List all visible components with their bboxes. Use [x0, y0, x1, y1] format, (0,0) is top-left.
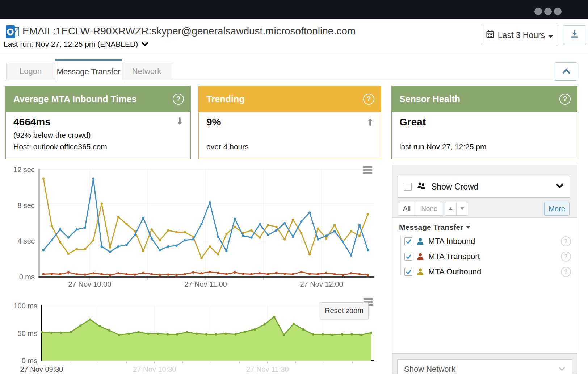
series-label: MTA Transport	[428, 252, 480, 261]
select-none-button[interactable]: None	[416, 202, 442, 215]
series-MTA Outbound	[42, 178, 369, 259]
card-title: Trending	[206, 94, 245, 104]
show-network-label: Show Network	[404, 365, 455, 374]
help-icon[interactable]: ?	[561, 236, 571, 246]
tab-label: Logon	[20, 67, 42, 76]
header-divider	[0, 53, 588, 53]
select-all-button[interactable]: All	[398, 202, 416, 215]
help-icon[interactable]: ?	[561, 267, 571, 277]
time-range-label: Last 3 Hours	[498, 30, 545, 40]
person-icon	[416, 253, 424, 261]
last-run-dropdown[interactable]: Last run: Nov 27, 12:25 pm (ENABLED)	[4, 40, 148, 49]
series-row-mta-inbound: MTA Inbound	[404, 236, 475, 247]
series-row-mta-outbound: MTA Outbound	[404, 266, 481, 277]
card-detail: over 4 hours	[206, 142, 249, 151]
series-checkbox[interactable]	[404, 268, 412, 276]
svg-text:12 sec: 12 sec	[13, 166, 35, 174]
tab-label: Message Transfer	[56, 67, 120, 76]
card-detail: (92% below the crowd)	[13, 131, 91, 140]
svg-text:8 sec: 8 sec	[17, 201, 35, 209]
series-0	[41, 316, 372, 361]
show-network-toggle[interactable]: Show Network	[397, 359, 572, 374]
crowd-icon	[416, 182, 427, 191]
card-detail: last run Nov 27, 12:25 pm	[399, 142, 486, 151]
download-button[interactable]	[563, 25, 586, 45]
help-icon[interactable]: ?	[561, 252, 571, 262]
trend-down-icon	[175, 117, 185, 128]
svg-text:27 Nov 12:00: 27 Nov 12:00	[300, 280, 343, 288]
card-title: Sensor Health	[399, 94, 460, 104]
chevron-down-icon	[141, 40, 148, 49]
svg-text:4 sec: 4 sec	[17, 237, 35, 245]
caret-up-icon	[449, 207, 453, 210]
series-label: MTA Inbound	[428, 237, 475, 246]
download-icon	[570, 29, 580, 41]
series-MTA Transport	[42, 271, 369, 276]
check-icon	[406, 269, 412, 275]
person-icon	[416, 237, 424, 245]
card-average-mta-inbound-times: Average MTA Inbound Times ? 4664ms (92% …	[5, 86, 191, 159]
group-label: Message Transfer	[399, 223, 463, 232]
svg-text:27 Nov 10:00: 27 Nov 10:00	[68, 280, 112, 288]
collapse-panel-button[interactable]	[555, 62, 578, 81]
chart: 12 sec8 sec4 sec0 ms27 Nov 10:0027 Nov 1…	[13, 166, 374, 288]
card-header: Average MTA Inbound Times ?	[5, 86, 191, 112]
card-body: 9% over 4 hours	[198, 112, 381, 159]
time-range-button[interactable]: Last 3 Hours	[481, 25, 558, 45]
window-control-dot[interactable]	[544, 8, 552, 15]
more-button[interactable]: More	[544, 202, 570, 216]
card-header: Trending ?	[198, 86, 381, 112]
svg-text:0 ms: 0 ms	[22, 357, 37, 365]
card-value: Great	[399, 116, 426, 128]
message-transfer-group-toggle[interactable]: Message Transfer	[399, 223, 470, 232]
window-control-dot[interactable]	[534, 8, 542, 15]
tab-network[interactable]: Network	[122, 63, 171, 80]
reset-zoom-button[interactable]: Reset zoom	[320, 302, 369, 319]
tab-label: Network	[132, 67, 161, 76]
show-crowd-checkbox[interactable]	[404, 183, 412, 191]
svg-text:27 Nov 11:30: 27 Nov 11:30	[246, 365, 289, 373]
svg-text:100 ms: 100 ms	[13, 302, 37, 310]
check-icon	[406, 238, 412, 245]
series-checkbox[interactable]	[404, 237, 412, 245]
last-run-text: Last run: Nov 27, 12:25 pm (ENABLED)	[4, 40, 138, 49]
window-control-dot[interactable]	[554, 8, 562, 15]
tab-logon[interactable]: Logon	[6, 63, 55, 80]
help-icon[interactable]: ?	[559, 94, 571, 105]
svg-text:50 ms: 50 ms	[18, 329, 37, 337]
person-icon	[416, 268, 424, 276]
show-crowd-toggle[interactable]: Show Crowd	[398, 176, 570, 198]
trend-up-icon	[365, 117, 375, 128]
move-down-button[interactable]	[456, 202, 468, 215]
card-body: Great last run Nov 27, 12:25 pm	[391, 112, 578, 159]
tab-message-transfer[interactable]: Message Transfer	[55, 59, 122, 82]
chevron-up-icon	[562, 68, 571, 76]
svg-text:27 Nov 10:30: 27 Nov 10:30	[133, 365, 176, 373]
svg-text:27 Nov 09:30: 27 Nov 09:30	[20, 365, 63, 373]
chevron-down-icon[interactable]	[556, 183, 564, 190]
card-value: 9%	[206, 116, 221, 128]
card-value: 4664ms	[13, 116, 51, 128]
card-detail: Host: outlook.office365.com	[13, 142, 107, 151]
series-checkbox[interactable]	[404, 253, 412, 261]
caret-down-icon	[548, 30, 553, 40]
app-window: EMAIL:1ECLW-R90XRWZR:skyper@generalsawdu…	[0, 0, 588, 374]
series-MTA Inbound	[42, 178, 369, 257]
show-crowd-label: Show Crowd	[431, 182, 551, 192]
check-icon	[406, 254, 412, 260]
caret-down-icon	[466, 226, 470, 229]
card-sensor-health: Sensor Health ? Great last run Nov 27, 1…	[391, 86, 578, 159]
window-titlebar	[0, 0, 588, 19]
card-body: 4664ms (92% below the crowd) Host: outlo…	[5, 112, 191, 159]
card-title: Average MTA Inbound Times	[13, 94, 136, 104]
chevron-down-icon	[559, 367, 565, 371]
series-label: MTA Outbound	[428, 267, 481, 277]
sensor-title: EMAIL:1ECLW-R90XRWZR:skyper@generalsawdu…	[22, 25, 356, 37]
svg-text:0 ms: 0 ms	[19, 273, 35, 281]
help-icon[interactable]: ?	[363, 94, 374, 105]
help-icon[interactable]: ?	[173, 94, 184, 105]
chart-menu-icon[interactable]	[363, 166, 372, 174]
svg-text:27 Nov 11:00: 27 Nov 11:00	[184, 280, 227, 288]
move-up-button[interactable]	[445, 202, 456, 215]
card-trending: Trending ? 9% over 4 hours	[198, 86, 381, 159]
